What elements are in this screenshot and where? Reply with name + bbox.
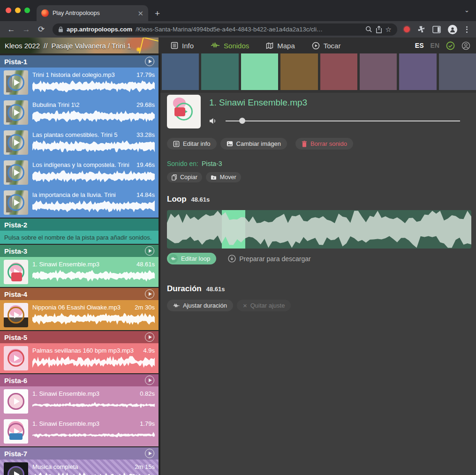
- clip-play-overlay-icon[interactable]: [8, 466, 24, 475]
- track-name[interactable]: Pista-7: [4, 450, 145, 458]
- clip-play-overlay-icon[interactable]: [8, 393, 24, 410]
- track-name[interactable]: Pista-5: [4, 333, 145, 341]
- reload-button[interactable]: ⟳: [35, 24, 48, 34]
- clip-thumbnail[interactable]: [4, 160, 28, 185]
- zoom-icon[interactable]: [365, 26, 372, 33]
- browser-menu-icon[interactable]: [464, 26, 469, 33]
- tab-info[interactable]: Info: [171, 42, 194, 50]
- sound-thumbnail[interactable]: [167, 95, 201, 128]
- adjust-duration-button[interactable]: Ajustar duración: [167, 300, 233, 311]
- share-icon[interactable]: [376, 26, 382, 33]
- clip-item[interactable]: 1. Sinawi Ensemble.mp348.61s: [0, 257, 159, 287]
- track-name[interactable]: Pista-2: [4, 221, 154, 229]
- account-icon[interactable]: [461, 41, 470, 50]
- volume-slider[interactable]: [226, 121, 460, 121]
- clip-item[interactable]: 1. Sinawi Ensemble.mp30.82s: [0, 386, 159, 416]
- close-window-button[interactable]: [6, 8, 11, 13]
- track-play-button[interactable]: [145, 57, 154, 66]
- tab-search-chevron-icon[interactable]: ⌄: [464, 7, 469, 14]
- clip-item[interactable]: Trini 1 historia del colegio.mp317.79s: [0, 68, 159, 98]
- clip-thumbnail[interactable]: [4, 70, 28, 95]
- lang-es[interactable]: ES: [415, 42, 424, 49]
- tab-sonidos[interactable]: Sonidos: [211, 42, 249, 50]
- clip-play-overlay-icon[interactable]: [8, 350, 24, 367]
- clip-thumbnail[interactable]: [4, 130, 28, 155]
- breadcrumb-photo[interactable]: Kleos 2022 // Pasaje Valvanera / Trini 1: [0, 38, 159, 53]
- clip-play-overlay-icon[interactable]: [8, 423, 24, 440]
- browser-tab[interactable]: Play Antropoloops ✕: [37, 5, 148, 21]
- track-play-button[interactable]: [145, 376, 154, 385]
- clip-thumbnail[interactable]: [4, 346, 28, 370]
- track-swatch-8[interactable]: [439, 53, 476, 90]
- clip-play-overlay-icon[interactable]: [8, 104, 24, 121]
- minimize-window-button[interactable]: [15, 8, 21, 13]
- check-circle-icon[interactable]: [446, 41, 455, 50]
- track-swatch-1[interactable]: [162, 53, 199, 90]
- track-header[interactable]: Pista-5: [0, 331, 159, 343]
- tab-tocar[interactable]: Tocar: [312, 42, 341, 50]
- track-header[interactable]: Pista-6: [0, 374, 159, 386]
- copy-button[interactable]: Copiar: [167, 172, 202, 182]
- clip-item[interactable]: Nipponia 06 Esashi Oiwake.mp32m 30s: [0, 300, 159, 330]
- clip-thumbnail[interactable]: [4, 260, 28, 284]
- clip-item[interactable]: Palmas sevillanas 160 bpm mp3.mp34.9s: [0, 343, 159, 373]
- track-header[interactable]: Pista-2: [0, 219, 159, 231]
- edit-loop-button[interactable]: Editar loop: [167, 253, 216, 264]
- track-name[interactable]: Pista-6: [4, 377, 145, 385]
- clip-item[interactable]: Las plantas comestibles. Trini 533.28s: [0, 128, 159, 158]
- address-bar[interactable]: app.antropoloops.com /Kleos-Santa-Marina…: [53, 23, 397, 36]
- volume-slider-thumb[interactable]: [239, 118, 245, 124]
- clip-thumbnail[interactable]: [4, 462, 28, 475]
- sound-play-overlay-icon[interactable]: [175, 103, 193, 121]
- track-play-button[interactable]: [145, 289, 154, 299]
- record-extension-icon[interactable]: [404, 26, 410, 32]
- track-play-button[interactable]: [145, 332, 154, 342]
- remove-adjust-button[interactable]: × Quitar ajuste: [237, 300, 291, 311]
- tab-close-icon[interactable]: ✕: [137, 10, 144, 17]
- track-header[interactable]: Pista-7: [0, 447, 159, 460]
- clip-item[interactable]: 1. Sinawi Ensemble.mp31.79s: [0, 416, 159, 446]
- track-name[interactable]: Pista-4: [4, 290, 145, 298]
- track-play-button[interactable]: [145, 449, 154, 458]
- side-panel-icon[interactable]: [432, 26, 441, 33]
- profile-avatar[interactable]: [448, 25, 457, 34]
- clip-thumbnail[interactable]: [4, 303, 28, 327]
- back-button[interactable]: ←: [5, 25, 18, 34]
- edit-info-button[interactable]: Editar info: [167, 138, 217, 150]
- breadcrumb-project[interactable]: Kleos 2022: [5, 42, 40, 50]
- track-header[interactable]: Pista-1: [0, 55, 159, 68]
- track-header[interactable]: Pista-3: [0, 245, 159, 257]
- clip-item[interactable]: Bubulina Trini 1\229.68s: [0, 98, 159, 128]
- track-swatch-4[interactable]: [280, 53, 317, 90]
- lang-en[interactable]: EN: [431, 42, 439, 49]
- move-button[interactable]: Mover: [206, 172, 241, 182]
- new-tab-button[interactable]: +: [155, 9, 160, 18]
- bookmark-star-icon[interactable]: ☆: [385, 25, 392, 34]
- clip-play-overlay-icon[interactable]: [8, 194, 24, 211]
- sound-in-track-link[interactable]: Pista-3: [202, 160, 222, 167]
- clip-play-overlay-icon[interactable]: [8, 134, 24, 151]
- clip-thumbnail[interactable]: [4, 100, 28, 125]
- delete-sound-button[interactable]: Borrar sonido: [295, 138, 353, 150]
- clip-thumbnail[interactable]: [4, 190, 28, 215]
- track-play-button[interactable]: [145, 246, 154, 256]
- clip-thumbnail[interactable]: [4, 419, 28, 444]
- track-swatch-7[interactable]: [399, 53, 436, 90]
- clip-item[interactable]: Musica completa2m 15s: [0, 460, 159, 475]
- track-swatch-3-selected[interactable]: [241, 53, 278, 90]
- track-swatch-5[interactable]: [320, 53, 357, 90]
- forward-button[interactable]: →: [20, 25, 33, 34]
- track-name[interactable]: Pista-3: [4, 247, 145, 255]
- extensions-puzzle-icon[interactable]: [417, 25, 425, 34]
- clip-play-overlay-icon[interactable]: [8, 164, 24, 181]
- clip-item[interactable]: Los indígenas y la compostela. Trini19.4…: [0, 158, 159, 188]
- clip-thumbnail[interactable]: [4, 389, 28, 414]
- clip-play-overlay-icon[interactable]: [8, 74, 24, 91]
- tab-mapa[interactable]: Mapa: [266, 42, 295, 50]
- track-swatch-2[interactable]: [201, 53, 238, 90]
- change-image-button[interactable]: Cambiar imágen: [220, 138, 287, 150]
- clip-play-overlay-icon[interactable]: [8, 264, 24, 280]
- prepare-download-button[interactable]: Preparar para descargar: [222, 253, 317, 264]
- track-swatch-6[interactable]: [360, 53, 397, 90]
- zoom-window-button[interactable]: [24, 8, 30, 13]
